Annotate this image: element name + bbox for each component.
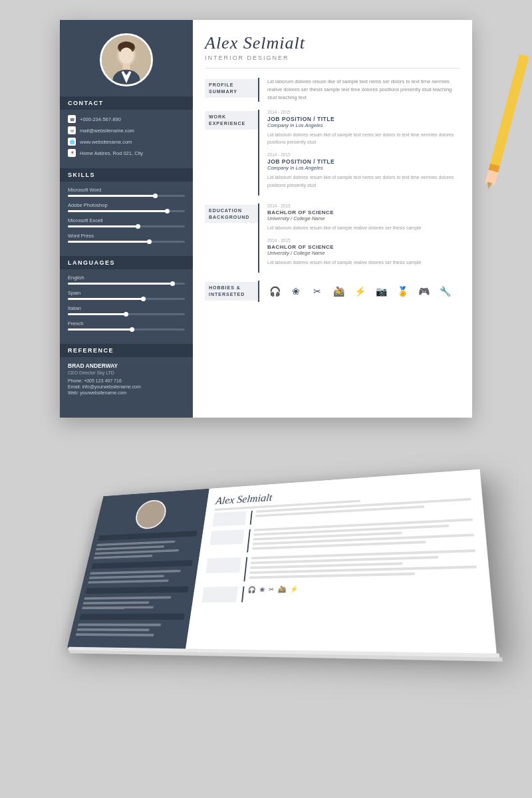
- skill-item: Microsoft Word: [68, 187, 185, 197]
- phone-icon: ☎: [68, 115, 76, 123]
- pencil-decoration: [485, 54, 529, 185]
- lang-item: Spain: [68, 290, 185, 300]
- lang-item: French: [68, 321, 185, 331]
- persp-hobbies-block: 🎧 ❀ ✂ 🚵 ⚡: [201, 582, 479, 602]
- svg-point-5: [120, 48, 133, 64]
- resume-subtitle: INTERIOR DESIGNER: [205, 55, 460, 61]
- persp-edu-block: [204, 549, 477, 582]
- persp-lang-header: [85, 587, 188, 595]
- perspective-wrapper: Alex Selmialt: [60, 471, 472, 652]
- hobbies-label: HOBBIES & INTERSETED: [205, 281, 258, 302]
- contact-header: CONTACT: [60, 96, 193, 110]
- ref-title: CEO Director Sky LTD: [68, 370, 185, 375]
- skill-item: Adobe Photoshop: [68, 202, 185, 212]
- name-title-area: Alex Selmialt INTERIOR DESIGNER: [205, 33, 460, 68]
- photo-area: [60, 20, 193, 96]
- hobby-medal-icon: 🏅: [395, 284, 410, 299]
- hobbies-icons: 🎧 ❀ ✂ 🚵 ⚡ 📷 🏅 🎮 🔧: [267, 281, 460, 302]
- resume-name: Alex Selmialt: [205, 33, 460, 53]
- perspective-card: Alex Selmialt: [67, 469, 497, 654]
- pencil-tip: [485, 182, 492, 190]
- avatar: [100, 33, 153, 86]
- education-label: EDUCATION BACKGROUND: [205, 203, 258, 273]
- sidebar: CONTACT ☎ +000-234-567-890 ✉ mail@websit…: [60, 20, 193, 418]
- profile-content: Lid laborum dolores resum like of sample…: [258, 78, 460, 102]
- persp-avatar: [133, 499, 168, 530]
- persp-ref-header: [79, 613, 184, 620]
- hobby-scissors-icon: ✂: [310, 284, 325, 299]
- skill-item: Microsoft Excell: [68, 217, 185, 227]
- reference-header: REFERENCE: [60, 344, 193, 357]
- resume-card-top: CONTACT ☎ +000-234-567-890 ✉ mail@websit…: [60, 20, 472, 418]
- hobbies-section: HOBBIES & INTERSETED 🎧 ❀ ✂ 🚵 ⚡ 📷 🏅 🎮 🔧: [205, 281, 460, 302]
- hobby-gamepad-icon: 🎮: [416, 284, 431, 299]
- hobby-headphones-icon: 🎧: [267, 284, 282, 299]
- contact-website: 🌐 www.websitename.com: [68, 138, 185, 146]
- ref-web: Web: yourwebsitename.com: [68, 390, 185, 395]
- bottom-section: Alex Selmialt: [33, 458, 499, 652]
- experience-section: WORK EXPERIENCE 2014 - 2015 JOB POSITION…: [205, 110, 460, 196]
- ref-phone: Phone: +005 123 497 716: [68, 378, 185, 383]
- contact-address: 📍 Home Addres, Rod 021, City: [68, 149, 185, 157]
- profile-label: PROFILE SUMMARY: [205, 78, 258, 102]
- education-section: EDUCATION BACKGROUND 2014 - 2015 BACHLOR…: [205, 203, 460, 273]
- web-icon: 🌐: [68, 138, 76, 146]
- languages-section: English Spain Italian French: [60, 275, 193, 344]
- address-icon: 📍: [68, 149, 76, 157]
- skills-section: Microsoft Word Adobe Photoshop Microsoft…: [60, 187, 193, 256]
- lang-item: English: [68, 275, 185, 285]
- email-icon: ✉: [68, 126, 76, 134]
- hobby-lightning-icon: ⚡: [352, 284, 367, 299]
- languages-header: LANGUAGES: [60, 256, 193, 269]
- ref-name: BRAD ANDERWAY: [68, 362, 185, 369]
- hobby-flower-icon: ❀: [289, 284, 303, 299]
- main-content: Alex Selmialt INTERIOR DESIGNER PROFILE …: [193, 20, 472, 418]
- persp-contact-header: [98, 531, 197, 541]
- persp-sidebar: [67, 489, 209, 650]
- lang-item: Italian: [68, 305, 185, 315]
- hobby-bike-icon: 🚵: [331, 284, 346, 299]
- persp-hobby-icon: 🎧: [247, 586, 256, 593]
- persp-hobby-icon: ⚡: [290, 585, 299, 593]
- skills-header: SKILLS: [60, 168, 193, 182]
- hobby-camera-icon: 📷: [374, 284, 388, 299]
- experience-label: WORK EXPERIENCE: [205, 110, 258, 196]
- contact-section: ☎ +000-234-567-890 ✉ mail@websitename.co…: [60, 115, 193, 168]
- skill-item: Word Press: [68, 233, 185, 243]
- persp-skills-header: [91, 560, 193, 569]
- contact-email: ✉ mail@websitename.com: [68, 126, 185, 134]
- persp-main: Alex Selmialt: [186, 469, 497, 654]
- ref-email: Email: info@yourwebsitename.com: [68, 384, 185, 389]
- persp-hobby-icon: 🚵: [277, 586, 286, 593]
- reference-section: BRAD ANDERWAY CEO Director Sky LTD Phone…: [60, 362, 193, 404]
- persp-hobby-icon: ❀: [259, 586, 265, 593]
- hobbies-content: 🎧 ❀ ✂ 🚵 ⚡ 📷 🏅 🎮 🔧: [258, 281, 460, 302]
- contact-phone: ☎ +000-234-567-890: [68, 115, 185, 123]
- experience-content: 2014 - 2015 JOB POSITION / TITLE Company…: [258, 110, 460, 196]
- persp-hobby-icon: ✂: [269, 586, 275, 593]
- education-content: 2014 - 2015 BACHLOR OF SCIENCE Universit…: [258, 203, 460, 273]
- hobby-wrench-icon: 🔧: [438, 284, 452, 299]
- profile-section: PROFILE SUMMARY Lid laborum dolores resu…: [205, 78, 460, 102]
